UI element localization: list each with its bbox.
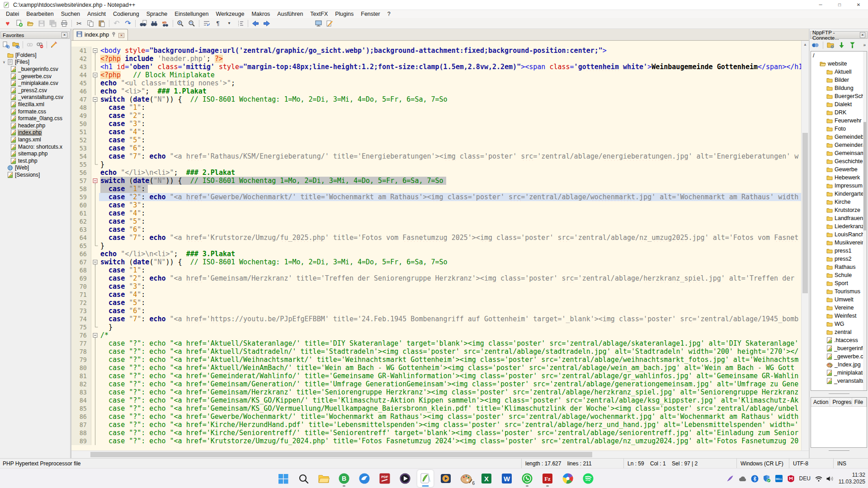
menu-item-bearbeiten[interactable]: Bearbeiten <box>23 10 57 18</box>
code-text[interactable]: case "?": echo "<a href='Aktuell/Skatera… <box>99 339 809 347</box>
taskbar-powerdvd-icon[interactable] <box>438 470 454 487</box>
code-text[interactable]: case "?": echo "<a href='Gemeinsam/Gener… <box>99 380 809 388</box>
code-text[interactable]: } <box>99 242 809 250</box>
code-line-57[interactable]: 57switch (date("N")) { // ISO-8601 Woche… <box>71 177 809 185</box>
taskbar-pdf-xchange-icon[interactable]: PDF <box>377 470 393 487</box>
code-text[interactable]: case "2": echo "<a href='Gemeinsam/Herzk… <box>99 274 809 282</box>
ftp-item-gemeindebla[interactable]: Gemeindebla <box>811 133 867 141</box>
code-line-77[interactable]: 77 case "?": echo "<a href='Aktuell/Skat… <box>71 339 809 347</box>
find-in-files-icon[interactable] <box>149 19 160 28</box>
tree-item-formate_0lang.css[interactable]: formate_0lang.css <box>0 115 70 122</box>
code-text[interactable]: echo "</li>\n<li>"; ### 3.Plakat <box>99 250 809 258</box>
code-text[interactable]: case "4": <box>99 291 809 299</box>
tree-item-files[interactable]: ∨[Files] <box>0 59 70 66</box>
copy-icon[interactable] <box>85 19 96 28</box>
cut-icon[interactable]: ✂ <box>74 19 85 28</box>
code-text[interactable]: case "?": echo "<a href='Gewerbe/Wochenm… <box>99 413 809 421</box>
nav-forward-icon[interactable] <box>261 19 272 28</box>
fold-marker[interactable] <box>91 177 99 185</box>
menu-item-textfx[interactable]: TextFX <box>307 10 331 18</box>
open-file-icon[interactable] <box>25 19 36 28</box>
ftp-item-krutstorze[interactable]: Krutstorze <box>811 206 867 214</box>
code-line-53[interactable]: 53 case "6": <box>71 144 809 152</box>
code-text[interactable]: echo "<ul class='mittig nones'>"; <box>99 79 809 87</box>
pin-icon[interactable] <box>111 32 116 38</box>
ftp-item-foto[interactable]: Foto <box>811 125 867 133</box>
tree-item-_veranstaltung.csv[interactable]: _veranstaltung.csv <box>0 94 70 101</box>
code-line-79[interactable]: 79 case "?": echo "<a href='Aktuell/Weih… <box>71 356 809 364</box>
code-text[interactable]: case "5": <box>99 299 809 307</box>
taskbar-excel-icon[interactable]: X <box>478 470 495 487</box>
tree-item-folders[interactable]: [Folders] <box>0 52 70 59</box>
vertical-scroll-thumb[interactable] <box>802 133 808 293</box>
edit-mode-icon[interactable] <box>324 19 335 28</box>
code-line-69[interactable]: 69 case "2": echo "<a href='Gemeinsam/He… <box>71 274 809 282</box>
taskbar-image-viewer-icon[interactable]: 6 <box>458 470 474 487</box>
taskbar-whatsapp-icon[interactable] <box>519 470 535 487</box>
show-symbol-menu-icon[interactable]: ▼ <box>224 19 235 28</box>
code-line-56[interactable]: 56echo "</li>\n<li>"; ### 2.Plakat <box>71 169 809 177</box>
ftp-item-tourismus[interactable]: Tourismus <box>811 287 867 296</box>
code-text[interactable]: case "3": <box>99 201 809 209</box>
code-line-58[interactable]: 58 case "1": <box>71 185 809 193</box>
code-line-63[interactable]: 63 case "6": <box>71 225 809 234</box>
add-folder-link-icon[interactable] <box>11 40 20 49</box>
ftp-item-bilder[interactable]: Bilder <box>811 76 867 84</box>
undo-icon[interactable]: ↶ <box>111 19 122 28</box>
ftp-download-icon[interactable] <box>837 41 846 50</box>
find-icon[interactable] <box>137 19 148 28</box>
tree-item-sessions[interactable]: [Sessions] <box>0 171 70 178</box>
ftp-item-wg[interactable]: WG <box>811 320 867 328</box>
ftp-item-buergersche[interactable]: BuergerSche <box>811 92 867 100</box>
save-icon[interactable] <box>36 19 47 28</box>
tray-onedrive-icon[interactable] <box>738 475 747 482</box>
document-monitor-icon[interactable] <box>313 19 324 28</box>
tree-item-test.php[interactable]: test.php <box>0 157 70 164</box>
code-line-61[interactable]: 61 case "4": <box>71 209 809 217</box>
taskbar-clock[interactable]: 11:32 11.03.2025 <box>839 472 865 485</box>
menu-item-sprache[interactable]: Sprache <box>143 10 171 18</box>
fold-marker[interactable] <box>91 71 99 79</box>
code-text[interactable]: case "1": <box>99 266 809 274</box>
menu-item-einstellungen[interactable]: Einstellungen <box>171 10 212 18</box>
code-text[interactable]: case "?": echo "<a href='Aktuell/Stadtra… <box>99 347 809 356</box>
tree-item-formate.css[interactable]: formate.css <box>0 108 70 115</box>
ftp-item-gewerbe[interactable]: Gewerbe <box>811 165 867 174</box>
ftp-item-musikverein[interactable]: Musikverein <box>811 239 867 247</box>
code-line-89[interactable]: 89 case "?": echo "<a href='Krutstorze/U… <box>71 437 809 445</box>
code-line-75[interactable]: 75 } <box>71 323 809 331</box>
tray-windows-security-icon[interactable] <box>763 474 771 483</box>
tree-item-sitemap.php[interactable]: sitemap.php <box>0 150 70 157</box>
fold-marker[interactable] <box>91 331 99 339</box>
code-text[interactable]: case "2": <box>99 112 809 120</box>
maximize-button[interactable]: □ <box>830 0 849 9</box>
code-text[interactable]: case "?": echo "<a href='Kirche/HerzundH… <box>99 421 809 429</box>
code-text[interactable]: case "4": <box>99 128 809 136</box>
ftp-item-_gewerbe.csv[interactable]: _gewerbe.csv <box>811 352 867 361</box>
ftp-item-louisranch[interactable]: LouisRanch <box>811 230 867 239</box>
code-line-62[interactable]: 62 case "5": <box>71 217 809 225</box>
ftp-item-website[interactable]: website <box>811 60 867 68</box>
code-text[interactable]: switch (date("N")) { // ISO-8601 Wochent… <box>99 258 809 266</box>
code-line-67[interactable]: 67switch (date("N")) { // ISO-8601 Woche… <box>71 258 809 266</box>
taskbar-thunderbird-icon[interactable] <box>356 470 373 487</box>
minimize-button[interactable]: ─ <box>811 0 830 9</box>
ftp-item-schule[interactable]: Schule <box>811 271 867 279</box>
ftp-item-_index.jpg[interactable]: _Index.jpg <box>811 361 867 369</box>
code-text[interactable]: switch (date("N")) { // ISO-8601 Wochent… <box>99 95 809 103</box>
ftp-item-press1[interactable]: press1 <box>811 247 867 255</box>
panel-splitter[interactable] <box>810 391 868 397</box>
code-text[interactable]: case "2": echo "<a href='Gewerbe/Wochenm… <box>99 193 809 201</box>
editor-vertical-scrollbar[interactable]: ▲ <box>801 41 809 450</box>
menu-item-ansicht[interactable]: Ansicht <box>84 10 109 18</box>
code-text[interactable]: case "4": <box>99 209 809 217</box>
code-text[interactable]: <body style="background-image:url('zentr… <box>99 47 809 55</box>
indent-guide-icon[interactable] <box>235 19 246 28</box>
code-line-73[interactable]: 73 case "6": <box>71 307 809 315</box>
code-line-60[interactable]: 60 case "3": <box>71 201 809 209</box>
new-file-icon[interactable] <box>14 19 24 28</box>
taskbar-notepad-plus-plus-icon[interactable] <box>417 470 434 487</box>
code-line-76[interactable]: 76/* <box>71 331 809 339</box>
print-icon[interactable] <box>59 19 70 28</box>
code-line-81[interactable]: 81 case "?": echo "<a href='Gemeinderat/… <box>71 372 809 380</box>
